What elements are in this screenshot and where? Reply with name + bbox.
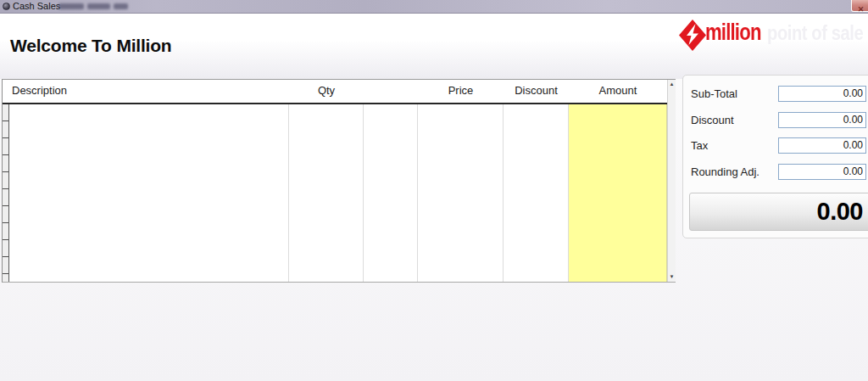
record-selector-cell[interactable] <box>3 189 8 206</box>
subtotal-field[interactable]: 0.00 <box>778 86 866 102</box>
items-grid: Description Qty Price Discount Amount ▲ … <box>2 79 676 283</box>
blank-column[interactable] <box>364 104 418 282</box>
app-icon <box>3 3 10 10</box>
subtotal-label: Sub-Total <box>691 86 737 102</box>
redacted-app-name <box>58 3 84 9</box>
scroll-up-icon[interactable]: ▲ <box>668 80 676 89</box>
rounding-adj-row: Rounding Adj. 0.00 <box>683 164 868 180</box>
record-selector-cell[interactable] <box>3 172 8 189</box>
scroll-down-icon[interactable]: ▼ <box>668 272 676 282</box>
qty-column[interactable] <box>289 104 364 282</box>
tax-label: Tax <box>691 137 708 154</box>
header-band: Welcome To Million million point of sale <box>0 14 868 79</box>
redacted-app-name <box>114 3 128 9</box>
description-column[interactable] <box>9 104 289 282</box>
record-selector-column <box>3 104 9 282</box>
record-selector-cell[interactable] <box>3 104 8 121</box>
brand-tagline: point of sale <box>767 21 863 45</box>
discount-label: Discount <box>691 112 734 128</box>
page-title: Welcome To Million <box>10 36 171 56</box>
redacted-app-name <box>87 3 110 9</box>
column-header-amount[interactable]: Amount <box>569 80 667 103</box>
close-icon: ✕ <box>858 5 865 14</box>
column-header-qty[interactable]: Qty <box>289 80 364 103</box>
million-diamond-icon <box>679 20 706 51</box>
discount-row: Discount 0.00 <box>683 112 868 128</box>
close-button[interactable]: ✕ <box>851 0 868 12</box>
record-selector-cell[interactable] <box>3 257 8 274</box>
column-header-blank[interactable] <box>364 80 418 103</box>
cash-sales-window: Cash Sales ✕ Welcome To Million million … <box>0 0 868 381</box>
grid-header-row: Description Qty Price Discount Amount <box>3 80 667 104</box>
rounding-adj-field[interactable]: 0.00 <box>778 164 866 180</box>
tax-field[interactable]: 0.00 <box>778 137 866 154</box>
record-selector-cell[interactable] <box>3 223 8 240</box>
discount-column[interactable] <box>504 104 569 282</box>
amount-column[interactable] <box>569 104 667 282</box>
record-selector-cell[interactable] <box>3 121 8 138</box>
vertical-scrollbar[interactable]: ▲ ▼ <box>667 80 676 282</box>
record-selector-cell[interactable] <box>3 240 8 257</box>
record-selector-cell[interactable] <box>3 155 8 172</box>
tax-row: Tax 0.00 <box>683 137 868 154</box>
record-selector-cell[interactable] <box>3 138 8 155</box>
rounding-adj-label: Rounding Adj. <box>691 164 760 180</box>
title-bar: Cash Sales ✕ <box>0 0 868 14</box>
window-title: Cash Sales <box>13 1 60 12</box>
subtotal-row: Sub-Total 0.00 <box>683 86 868 102</box>
column-header-price[interactable]: Price <box>418 80 504 103</box>
price-column[interactable] <box>418 104 504 282</box>
brand-name: million <box>705 20 761 46</box>
discount-field[interactable]: 0.00 <box>778 112 866 128</box>
grand-total-value: 0.00 <box>690 193 868 230</box>
column-header-discount[interactable]: Discount <box>504 80 569 103</box>
grand-total-box: 0.00 <box>689 193 868 231</box>
record-selector-header <box>3 80 9 103</box>
items-grid-main: Description Qty Price Discount Amount <box>3 80 667 282</box>
totals-panel: Sub-Total 0.00 Discount 0.00 Tax 0.00 Ro… <box>682 75 868 238</box>
record-selector-cell[interactable] <box>3 206 8 223</box>
column-header-description[interactable]: Description <box>9 80 289 103</box>
grid-body <box>3 104 667 282</box>
